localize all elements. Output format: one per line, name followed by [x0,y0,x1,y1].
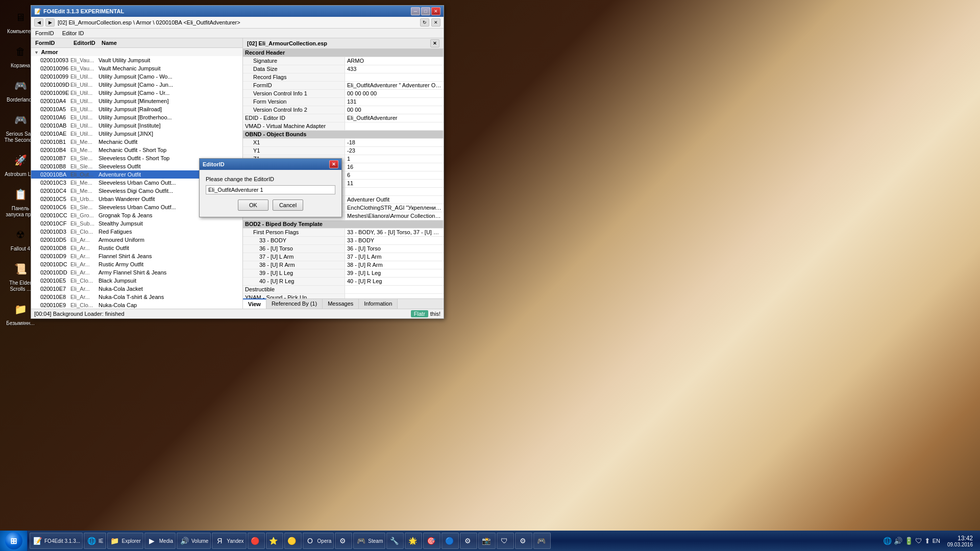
tree-row[interactable]: 020010D3 Eli_Clo... Red Fatigues [31,228,242,236]
field-val: ARMO [345,57,444,65]
dialog-label: Please change the EditorID [206,176,335,182]
tree-row[interactable]: 020010AB Eli_Util... Utility Jumpsuit [I… [31,121,242,130]
tree-row[interactable]: 020010AE Eli_Util... Utility Jumpsuit [J… [31,130,242,138]
row-formid: 020010D3 [32,229,70,235]
dialog-ok-button[interactable]: OK [238,199,268,211]
taskbar-app[interactable]: 📝FO4Edit 3.1.3... [30,533,83,549]
tree-row[interactable]: 020010D9 Eli_Ar... Flannel Shirt & Jeans [31,252,242,260]
tree-row[interactable]: 020010A4 Eli_Util... Utility Jumpsuit [M… [31,97,242,105]
taskbar-app[interactable]: 📸 [478,533,496,549]
tree-group-armor[interactable]: ▼ Armor [31,48,242,56]
tree-row[interactable]: 020010DD Eli_Ar... Army Flannel Shirt & … [31,268,242,277]
dialog-close-button[interactable]: ✕ [329,160,338,168]
language-indicator[interactable]: EN [933,538,940,544]
field-val: -18 [345,139,444,146]
taskbar-app[interactable]: ЯYandex [212,533,246,549]
taskbar-app[interactable]: 🛡 [497,533,514,549]
field-val: Meshes\Elianora\Armour Collection\Mechan… [345,212,444,220]
maximize-button[interactable]: □ [421,7,430,15]
taskbar-app[interactable]: ⭐ [266,533,283,549]
menu-editorid[interactable]: Editor ID [60,30,86,37]
sys-tray-icon[interactable]: ⬆ [924,537,930,545]
tree-row[interactable]: 020010DC Eli_Ar... Rustic Army Outfit [31,260,242,268]
back-button[interactable]: ◀ [34,18,43,27]
row-editorid: Eli_Util... [70,114,99,120]
minimize-button[interactable]: ─ [411,7,420,15]
tree-row[interactable]: 02001009E Eli_Util... Utility Jumpsuit [… [31,89,242,97]
home-button[interactable]: ✕ [431,18,440,27]
close-button[interactable]: ✕ [431,7,440,15]
sys-tray: 🌐🔊🔋🛡⬆EN [883,537,940,545]
editor-id-dialog[interactable]: EditorID ✕ Please change the EditorID OK… [199,158,342,217]
tree-row[interactable]: 020010A6 Eli_Util... Utility Jumpsuit [B… [31,113,242,121]
tree-row[interactable]: 020010093 Eli_Vau... Vault Utility Jumps… [31,56,242,64]
record-row: YNAM - Sound - Pick Up [243,294,444,298]
field-key: VMAD - Virtual Machine Adapter [243,122,345,130]
taskbar-app[interactable]: ▶Media [144,533,176,549]
record-row: 33 - BODY 33 - BODY [243,237,444,245]
tree-row[interactable]: 020010B1 Eli_Me... Mechanic Outfit [31,138,242,146]
field-key: Data Size [243,65,345,73]
sys-tray-icon[interactable]: 🔊 [894,537,902,545]
taskbar-app[interactable]: 🎮 [533,533,551,549]
forward-button[interactable]: ▶ [45,18,55,27]
record-close-button[interactable]: ✕ [430,39,439,47]
taskbar-app[interactable]: ⚙ [460,533,477,549]
icon-img-astrobum: 🚀 [10,150,31,170]
sys-tray-icon[interactable]: 🌐 [883,537,892,545]
taskbar-app[interactable]: ⚙ [515,533,532,549]
sys-tray-icon[interactable]: 🛡 [915,537,922,545]
tab-view[interactable]: View [243,298,266,309]
start-button[interactable]: ⊞ [0,531,28,551]
tree-row[interactable]: 020010096 Eli_Vau... Vault Mechanic Jump… [31,64,242,72]
field-key: 40 - [U] R Leg [243,278,345,285]
taskbar-app[interactable]: 🟡 [284,533,302,549]
taskbar-app[interactable]: 🔧 [386,533,404,549]
tree-row[interactable]: 020010E5 Eli_Clo... Black Jumpsuit [31,277,242,285]
tree-row[interactable]: 02001009D Eli_Util... Utility Jumpsuit [… [31,81,242,89]
tree-row[interactable]: 020010B4 Eli_Me... Mechanic Outfit - Sho… [31,146,242,154]
tab-information[interactable]: Information [359,299,398,309]
taskbar-app[interactable]: 🎯 [423,533,440,549]
app-icon: 📸 [481,536,491,546]
dialog-cancel-button[interactable]: Cancel [273,199,303,211]
status-badge[interactable]: Flatr [411,310,428,317]
sys-tray-icon[interactable]: 🔋 [904,537,913,545]
taskbar-app[interactable]: OOpera [303,533,334,549]
tree-row[interactable]: 020010E8 Eli_Ar... Nuka-Cola T-shirt & J… [31,293,242,301]
tree-row[interactable]: 020010D5 Eli_Ar... Armoured Uniform [31,236,242,244]
taskbar-app[interactable]: 🌟 [405,533,422,549]
field-key: Form Version [243,98,345,106]
tree-row[interactable]: 020010099 Eli_Util... Utility Jumpsuit [… [31,72,242,81]
menu-formid[interactable]: FormID [33,30,56,37]
taskbar-app[interactable]: 🔊Volume [177,533,211,549]
row-name: Vault Mechanic Jumpsuit [99,65,241,71]
app-label: Steam [368,538,383,544]
tree-row[interactable]: 020010E7 Eli_Ar... Nuka-Cola Jacket [31,285,242,293]
dialog-input[interactable] [206,185,335,194]
tab-referenced-by-1[interactable]: Referenced By (1) [266,299,323,309]
tree-row[interactable]: 020010D8 Eli_Ar... Rustic Outfit [31,244,242,252]
taskbar-app[interactable]: ⚙ [335,533,352,549]
app-icon: 🔴 [250,536,260,546]
window-controls[interactable]: ─ □ ✕ [411,7,440,15]
tab-messages[interactable]: Messages [323,299,359,309]
field-key: 37 - [U] L Arm [243,253,345,261]
tree-row[interactable]: 020010CF Eli_Sub... Stealthy Jumpsuit [31,219,242,228]
taskbar-app[interactable]: 🌐IE [84,533,106,549]
field-val [345,122,444,130]
taskbar-app[interactable]: 🎮Steam [353,533,385,549]
tree-row[interactable]: 020010E9 Eli_Clo... Nuka-Cola Cap [31,301,242,309]
record-row: 40 - [U] R Leg 40 - [U] R Leg [243,278,444,286]
row-formid: 020010D5 [32,237,70,243]
tree-row[interactable]: 020010A5 Eli_Util... Utility Jumpsuit [R… [31,105,242,113]
app-icon: ⚙ [337,536,348,546]
row-editorid: Eli_Ar... [70,253,99,259]
row-editorid: Eli_Sub... [70,220,99,227]
taskbar-app[interactable]: 🔴 [248,533,265,549]
app-icon: 🎮 [536,536,546,546]
row-name: Army Flannel Shirt & Jeans [99,269,241,276]
taskbar-app[interactable]: 📁Explorer [107,533,143,549]
refresh-button[interactable]: ↻ [420,18,429,27]
taskbar-app[interactable]: 🔵 [442,533,459,549]
